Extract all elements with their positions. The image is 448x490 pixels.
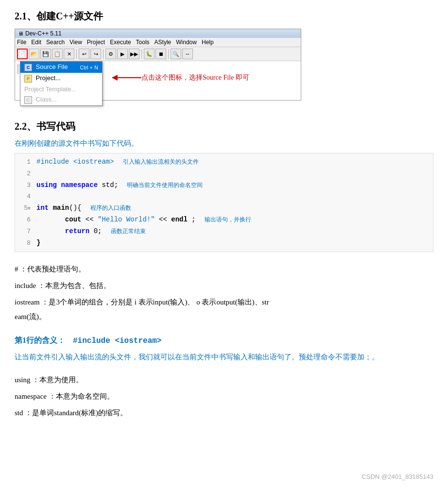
code-line-8: 8 } [15,237,433,249]
line-num-3: 3 [19,180,31,191]
menu-tools[interactable]: Tools [136,39,150,46]
devcpp-window: 🖥 Dev-C++ 5.11 File Edit Search View Pro… [15,29,301,101]
comment-5: 程序的入口函数 [90,204,131,211]
kw-endl: endl [171,216,188,223]
code-line-4: 4 [15,191,433,203]
explain-block-2: 第1行的含义： #include <iostream> 让当前文件引入输入输出流… [15,333,433,364]
code-line-1: 1 #include <iostream> 引入输入输出流相关的头文件 [15,156,433,168]
explain-using: using ：本意为使用。 [15,372,433,387]
code-line-5: 5≡ int main(){ 程序的入口函数 [15,203,433,214]
explain-std: std ：是单词standard(标准)的缩写。 [15,406,433,420]
code-content-1: #include <iostream> 引入输入输出流相关的头文件 [36,156,429,168]
kw-cout: cout [65,216,82,223]
devcpp-toolbar: 📄 📂 💾 📋 ✕ ↩ ↪ ⚙ ▶ ▶▶ 🐛 ⏹ 🔍 ↔ [15,47,301,61]
devcpp-title-icon: 🖥 [18,31,23,36]
menu-astyle[interactable]: AStyle [155,39,172,46]
code-line-3: 3 using namespace std; 明确当前文件使用的命名空间 [15,180,433,191]
section-1-title: 2.1、创建C++源文件 [15,10,433,23]
arrow-graphic [112,77,141,78]
menu-window[interactable]: Window [176,39,197,46]
code-std: std; [102,181,118,189]
comment-6: 输出语句，并换行 [205,216,251,223]
debug-button[interactable]: 🐛 [144,49,155,59]
line-num-2: 2 [19,169,31,179]
run-button[interactable]: ▶ [117,49,128,59]
find-button[interactable]: 🔍 [171,49,181,59]
dropdown-source-file[interactable]: C Source File Ctrl + N [20,62,102,73]
comment-7: 函数正常结束 [111,228,146,235]
kw-return: return [65,227,89,235]
code-shift-6: << [86,216,94,223]
code-shift2-6: << [159,216,167,223]
kw-brace: } [36,239,40,247]
section-2-2: 2.2、书写代码 在刚刚创建的源文件中书写如下代码。 1 #include <i… [15,120,433,420]
explain-block-1: # ：代表预处理语句。 include ：本意为包含、包括。 iostream … [15,262,433,324]
menu-help[interactable]: Help [202,39,214,46]
arrow-label: 点击这个图标，选择Source File 即可 [141,73,249,82]
line-num-1: 1 [19,157,31,168]
kw-int: int [36,204,49,212]
menu-file[interactable]: File [17,39,26,46]
devcpp-body: ▼ C Source File Ctrl + N P Project... [15,61,301,100]
line-num-8: 8 [19,238,31,249]
compile-run-button[interactable]: ▶▶ [129,49,139,59]
kw-namespace: namespace [61,181,98,189]
code-zero: 0; [94,227,102,235]
line-num-6: 6 [19,215,31,225]
project-icon: P Project... [24,74,61,83]
code-line-6: 6 cout << "Hello World!" << endl ; 输出语句，… [15,214,433,226]
source-file-icon: C Source File [24,63,68,71]
save-all-button[interactable]: 📋 [52,49,63,59]
para-line1-explain: 让当前文件引入输入输出流的头文件，我们就可以在当前文件中书写输入和输出语句了。预… [15,351,433,364]
menu-project[interactable]: Project [87,39,105,46]
code-content-7: return 0; 函数正常结束 [36,226,429,237]
comment-3: 明确当前文件使用的命名空间 [127,182,203,188]
replace-button[interactable]: ↔ [182,49,193,59]
code-content-4 [36,191,429,203]
code-line-2: 2 [15,168,433,180]
str-hello: "Hello World!" [98,216,155,223]
project-icon-box: P [24,75,32,83]
class-icon: C Class... [24,96,57,104]
save-button[interactable]: 💾 [40,49,51,59]
toolbar-separator-2 [103,49,103,59]
menu-search[interactable]: Search [46,39,65,46]
menu-edit[interactable]: Edit [31,39,41,46]
explain-block-3: using ：本意为使用。 namespace ：本意为命名空间。 std ：是… [15,372,433,420]
arrow-shaft [112,77,141,78]
dropdown-class: C Class... [20,94,102,105]
undo-button[interactable]: ↩ [79,49,89,59]
menu-execute[interactable]: Execute [110,39,131,46]
project-template-label: Project Template... [24,85,76,93]
close-button[interactable]: ✕ [64,49,74,59]
explain-hash: # ：代表预处理语句。 [15,262,433,276]
code-indent-7 [36,227,61,235]
explain-iostream: iostream ：是3个单词的组合，分别是 i 表示input(输入)、 o … [15,295,433,324]
open-button[interactable]: 📂 [29,49,39,59]
dropdown-project[interactable]: P Project... [20,73,102,84]
line-num-5: 5≡ [19,203,31,214]
source-file-shortcut: Ctrl + N [80,65,98,70]
code-content-3: using namespace std; 明确当前文件使用的命名空间 [36,180,429,191]
stop-button[interactable]: ⏹ [155,49,166,59]
class-icon-box: C [24,96,32,104]
compile-button[interactable]: ⚙ [105,49,116,59]
devcpp-titlebar: 🖥 Dev-C++ 5.11 [15,29,301,38]
heading-code: #include <iostream> [73,337,161,345]
red-arrow-area: 点击这个图标，选择Source File 即可 [112,73,249,82]
menu-view[interactable]: View [69,39,82,46]
line-num-4: 4 [19,191,31,202]
new-file-button[interactable]: 📄 [17,49,28,59]
code-indent-6 [36,216,61,223]
explain-namespace: namespace ：本意为命名空间。 [15,389,433,404]
comment-1: 引入输入输出流相关的头文件 [123,158,199,165]
pp-include: #include <iostream> [36,158,114,166]
code-main: main(){ [53,204,82,212]
explain-include: include ：本意为包含、包括。 [15,278,433,293]
redo-button[interactable]: ↪ [90,49,101,59]
code-line-7: 7 return 0; 函数正常结束 [15,226,433,237]
section-2-intro: 在刚刚创建的源文件中书写如下代码。 [15,139,433,148]
dropdown-project-template: Project Template... [20,84,102,94]
line-num-7: 7 [19,226,31,237]
section-2-title: 2.2、书写代码 [15,120,433,133]
